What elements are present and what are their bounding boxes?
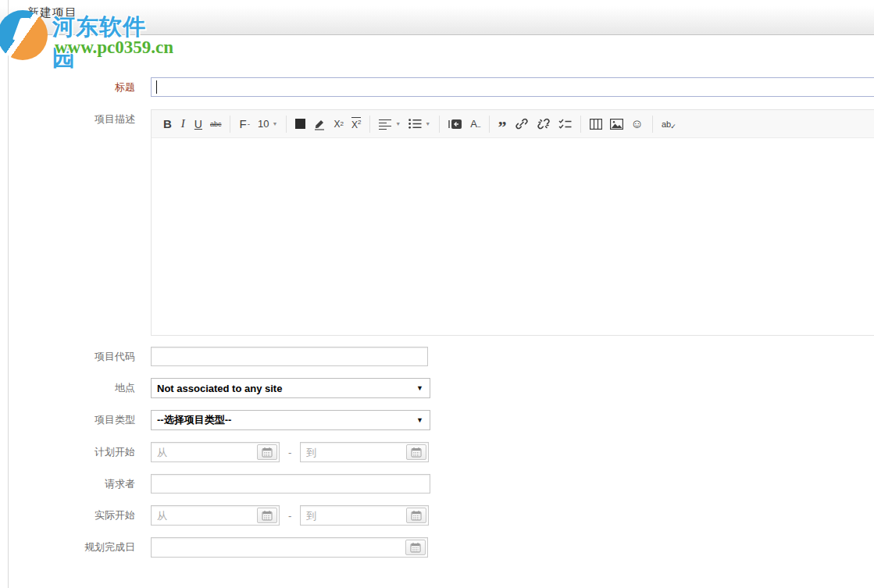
calendar-icon[interactable] xyxy=(257,508,277,523)
watermark-site-url: www.pc0359.cn xyxy=(55,37,173,58)
font-size-icon[interactable]: 10▼ xyxy=(255,114,280,134)
title-label: 标题 xyxy=(9,77,135,93)
select-arrow-icon: ▼ xyxy=(416,416,423,424)
superscript-icon[interactable]: X2 xyxy=(348,114,364,134)
planned-end-input-wrap xyxy=(151,537,428,558)
toolbar-separator xyxy=(369,116,370,133)
bold-icon[interactable]: B xyxy=(160,114,175,134)
emoji-icon[interactable]: ☺ xyxy=(628,114,647,134)
planned-end-label: 规划完成日 xyxy=(9,537,135,553)
calendar-icon[interactable] xyxy=(405,540,426,555)
date-range-separator: - xyxy=(288,442,291,458)
toolbar-separator xyxy=(489,116,490,133)
spellcheck-icon[interactable]: ab✓ xyxy=(658,114,680,134)
site-label: 地点 xyxy=(9,378,135,394)
subscript-icon[interactable]: X2 xyxy=(330,114,346,134)
type-select-value: --选择项目类型-- xyxy=(157,413,231,427)
code-label: 项目代码 xyxy=(9,347,135,362)
calendar-icon[interactable] xyxy=(406,508,426,523)
calendar-icon[interactable] xyxy=(257,444,277,460)
indent-icon[interactable] xyxy=(445,114,466,134)
unlink-icon[interactable] xyxy=(533,114,554,134)
planned-start-label: 计划开始 xyxy=(9,442,135,458)
toolbar-separator xyxy=(286,116,287,133)
chevron-down-icon: ▼ xyxy=(272,121,277,127)
select-arrow-icon: ▼ xyxy=(416,384,423,392)
panel-left-border xyxy=(8,0,9,588)
description-label: 项目描述 xyxy=(9,109,135,125)
date-range-separator: - xyxy=(288,505,291,522)
description-editor-area[interactable] xyxy=(152,138,874,335)
actual-start-to-input-wrap xyxy=(300,505,429,526)
table-icon[interactable] xyxy=(587,114,605,134)
project-code-input[interactable] xyxy=(151,347,428,366)
font-family-icon[interactable]: F- xyxy=(236,114,253,134)
toolbar-separator xyxy=(230,116,230,133)
rich-text-editor: B I U abc F- 10▼ X2 X2 ▼ xyxy=(151,109,874,336)
title-input-wrap xyxy=(151,77,874,97)
editor-toolbar: B I U abc F- 10▼ X2 X2 ▼ xyxy=(152,110,874,138)
requester-label: 请求者 xyxy=(9,474,135,490)
project-type-select[interactable]: --选择项目类型-- ▼ xyxy=(151,410,430,430)
chevron-down-icon: ▼ xyxy=(395,121,401,127)
site-select-value: Not associated to any site xyxy=(157,383,282,394)
planned-start-row: 计划开始 - xyxy=(9,442,874,462)
type-row: 项目类型 --选择项目类型-- ▼ xyxy=(9,410,874,430)
planned-end-row: 规划完成日 xyxy=(9,537,874,558)
calendar-icon[interactable] xyxy=(406,444,426,460)
new-project-form: 标题 项目描述 B I U abc F- 10▼ X2 X2 xyxy=(9,77,874,558)
actual-start-label: 实际开始 xyxy=(9,505,135,521)
page-title: 新建项目 xyxy=(27,5,77,20)
align-icon[interactable]: ▼ xyxy=(376,114,404,134)
strikethrough-icon[interactable]: abc xyxy=(207,114,225,134)
text-color-icon[interactable] xyxy=(292,114,309,134)
link-icon[interactable] xyxy=(512,114,532,134)
requester-input[interactable] xyxy=(151,474,430,494)
planned-end-input[interactable] xyxy=(152,538,427,557)
type-label: 项目类型 xyxy=(9,410,135,426)
quote-icon[interactable]: ” xyxy=(495,114,510,134)
clear-format-icon[interactable]: A~ xyxy=(467,114,483,134)
checklist-icon[interactable] xyxy=(555,114,575,134)
image-icon[interactable] xyxy=(607,114,626,134)
requester-row: 请求者 xyxy=(9,474,874,494)
title-row: 标题 xyxy=(9,77,874,97)
chevron-down-icon: ▼ xyxy=(425,121,430,127)
text-caret xyxy=(156,80,157,94)
description-row: 项目描述 B I U abc F- 10▼ X2 X2 ▼ xyxy=(9,109,874,336)
toolbar-separator xyxy=(652,116,653,133)
code-row: 项目代码 xyxy=(9,347,874,366)
highlight-color-icon[interactable] xyxy=(310,114,329,134)
site-select[interactable]: Not associated to any site ▼ xyxy=(151,378,430,398)
planned-start-from-input-wrap xyxy=(151,442,280,462)
actual-start-from-input-wrap xyxy=(151,505,280,526)
list-icon[interactable]: ▼ xyxy=(405,114,433,134)
title-input[interactable] xyxy=(151,77,874,97)
toolbar-separator xyxy=(439,116,440,133)
planned-start-to-input-wrap xyxy=(300,442,429,462)
italic-icon[interactable]: I xyxy=(177,114,190,134)
toolbar-separator xyxy=(580,116,581,133)
actual-start-row: 实际开始 - xyxy=(9,505,874,526)
site-row: 地点 Not associated to any site ▼ xyxy=(9,378,874,398)
header: 新建项目 xyxy=(0,0,874,35)
underline-icon[interactable]: U xyxy=(191,114,205,134)
